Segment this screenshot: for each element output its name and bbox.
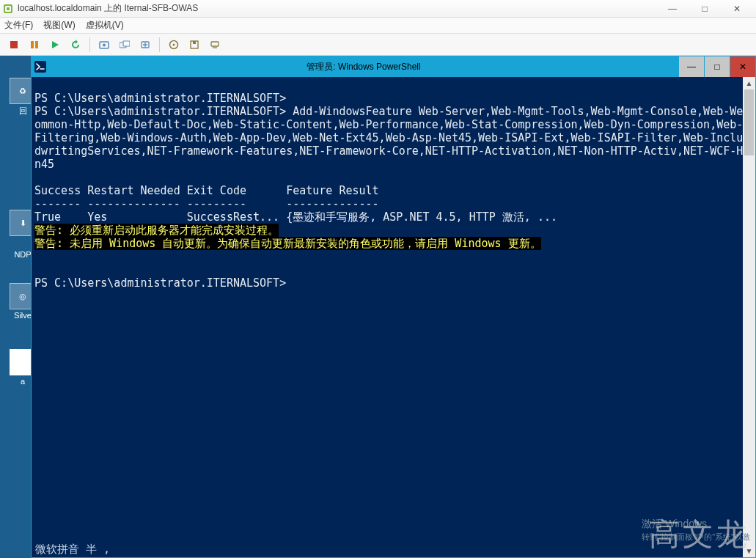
ps-body: PS C:\Users\administrator.ITERNALSOFT> P… — [32, 77, 755, 557]
svg-rect-5 — [35, 41, 38, 48]
play-button[interactable] — [45, 36, 65, 54]
pause-button[interactable] — [25, 36, 44, 54]
menu-vm[interactable]: 虚拟机(V) — [86, 19, 124, 32]
svg-point-13 — [173, 43, 175, 45]
vsphere-icon — [3, 4, 13, 14]
ps-separator: ------- -------------- --------- -------… — [34, 197, 379, 210]
vm-titlebar[interactable]: localhost.localdomain 上的 Iternal-SFB-OWA… — [0, 0, 756, 18]
ps-line: PS C:\Users\administrator.ITERNALSOFT> — [34, 92, 286, 105]
snapshot-manager-button[interactable] — [115, 36, 134, 54]
activate-line2: 转到"控制面板"中的"系统"以激 — [642, 530, 750, 543]
network-button[interactable] — [205, 36, 224, 54]
vm-menubar: 文件(F) 视图(W) 虚拟机(V) — [0, 18, 756, 34]
svg-rect-10 — [123, 41, 130, 46]
vm-maximize-button[interactable]: □ — [689, 1, 721, 16]
svg-rect-4 — [31, 41, 34, 48]
vm-title-text: localhost.localdomain 上的 Iternal-SFB-OWA… — [18, 2, 656, 15]
svg-rect-2 — [7, 7, 10, 10]
toolbar-separator — [159, 37, 160, 52]
ps-line: Filtering,Web-Windows-Auth,Web-App-Dev,W… — [34, 131, 743, 144]
svg-marker-6 — [52, 41, 59, 48]
ps-line: n45 — [34, 158, 54, 171]
ps-line: dwritingServices,NET-Framework-Features,… — [34, 144, 743, 158]
vm-close-button[interactable]: ✕ — [721, 1, 753, 16]
svg-rect-3 — [10, 41, 18, 48]
stop-button[interactable] — [4, 36, 23, 54]
vmware-console-window: localhost.localdomain 上的 Iternal-SFB-OWA… — [0, 0, 756, 558]
toolbar-separator — [89, 37, 90, 52]
menu-file[interactable]: 文件(F) — [4, 19, 33, 32]
windows-activation-watermark: 激活 Windows 转到"控制面板"中的"系统"以激 — [642, 517, 750, 543]
svg-rect-16 — [211, 42, 219, 46]
guest-desktop[interactable]: ♻ 回 ⬇ NDP ◎ Silve a — [0, 56, 756, 558]
restart-button[interactable] — [66, 36, 85, 54]
revert-snapshot-button[interactable] — [136, 36, 155, 54]
ps-minimize-button[interactable]: — — [679, 56, 704, 77]
guest-desktop-area[interactable]: ♻ 回 ⬇ NDP ◎ Silve a — [0, 56, 756, 558]
vm-window-controls: — □ ✕ — [656, 1, 753, 16]
menu-view[interactable]: 视图(W) — [43, 19, 75, 32]
ps-line: ommon-Http,Web-Default-Doc,Web-Static-Co… — [34, 118, 743, 131]
ime-status: 微软拼音 半 , — [35, 543, 110, 557]
ps-window-controls: — □ ✕ — [678, 56, 755, 77]
ps-console-output[interactable]: PS C:\Users\administrator.ITERNALSOFT> P… — [32, 77, 743, 557]
activate-line1: 激活 Windows — [642, 517, 750, 530]
snapshot-button[interactable] — [95, 36, 114, 54]
floppy-button[interactable] — [185, 36, 204, 54]
ps-warning-2: 警告: 未启用 Windows 自动更新。为确保自动更新最新安装的角色或功能，请… — [34, 237, 541, 250]
vm-minimize-button[interactable]: — — [656, 1, 689, 16]
powershell-icon — [32, 61, 49, 73]
scroll-down-arrow[interactable]: ▼ — [743, 545, 755, 557]
ps-header: Success Restart Needed Exit Code Feature… — [34, 184, 379, 197]
ps-close-button[interactable]: ✕ — [730, 56, 755, 77]
svg-point-8 — [103, 43, 106, 46]
ps-title-text: 管理员: Windows PowerShell — [49, 61, 678, 73]
scroll-up-arrow[interactable]: ▲ — [743, 77, 755, 89]
powershell-window: 管理员: Windows PowerShell — □ ✕ PS C:\User… — [31, 56, 756, 558]
ps-result-row: True Yes SuccessRest... {墨迹和手写服务, ASP.NE… — [34, 210, 557, 224]
cd-button[interactable] — [164, 36, 183, 54]
ps-warning-1: 警告: 必须重新启动此服务器才能完成安装过程。 — [34, 224, 279, 237]
ps-prompt: PS C:\Users\administrator.ITERNALSOFT> — [34, 276, 286, 290]
ps-titlebar[interactable]: 管理员: Windows PowerShell — □ ✕ — [32, 56, 755, 77]
scroll-thumb[interactable] — [744, 89, 754, 155]
vm-toolbar — [0, 34, 756, 56]
ps-maximize-button[interactable]: □ — [705, 56, 730, 77]
ps-scrollbar[interactable]: ▲ ▼ — [743, 77, 755, 557]
svg-rect-15 — [193, 41, 196, 44]
ps-line: PS C:\Users\administrator.ITERNALSOFT> A… — [34, 105, 743, 118]
